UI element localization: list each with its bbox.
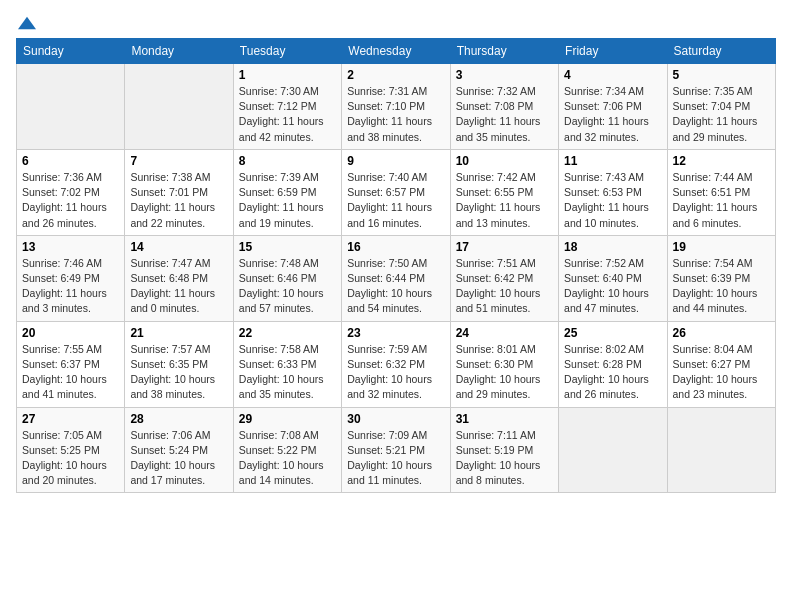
calendar-cell: 10Sunrise: 7:42 AM Sunset: 6:55 PM Dayli… — [450, 149, 558, 235]
day-info: Sunrise: 7:36 AM Sunset: 7:02 PM Dayligh… — [22, 170, 119, 231]
day-number: 26 — [673, 326, 770, 340]
calendar-header-friday: Friday — [559, 39, 667, 64]
calendar-cell: 12Sunrise: 7:44 AM Sunset: 6:51 PM Dayli… — [667, 149, 775, 235]
day-info: Sunrise: 7:42 AM Sunset: 6:55 PM Dayligh… — [456, 170, 553, 231]
day-number: 2 — [347, 68, 444, 82]
calendar-cell: 24Sunrise: 8:01 AM Sunset: 6:30 PM Dayli… — [450, 321, 558, 407]
calendar-cell: 15Sunrise: 7:48 AM Sunset: 6:46 PM Dayli… — [233, 235, 341, 321]
day-info: Sunrise: 7:46 AM Sunset: 6:49 PM Dayligh… — [22, 256, 119, 317]
day-number: 13 — [22, 240, 119, 254]
day-info: Sunrise: 7:40 AM Sunset: 6:57 PM Dayligh… — [347, 170, 444, 231]
day-info: Sunrise: 7:06 AM Sunset: 5:24 PM Dayligh… — [130, 428, 227, 489]
day-info: Sunrise: 7:09 AM Sunset: 5:21 PM Dayligh… — [347, 428, 444, 489]
calendar-cell: 14Sunrise: 7:47 AM Sunset: 6:48 PM Dayli… — [125, 235, 233, 321]
calendar-cell: 27Sunrise: 7:05 AM Sunset: 5:25 PM Dayli… — [17, 407, 125, 493]
calendar-cell: 6Sunrise: 7:36 AM Sunset: 7:02 PM Daylig… — [17, 149, 125, 235]
day-number: 27 — [22, 412, 119, 426]
day-info: Sunrise: 7:05 AM Sunset: 5:25 PM Dayligh… — [22, 428, 119, 489]
day-info: Sunrise: 7:57 AM Sunset: 6:35 PM Dayligh… — [130, 342, 227, 403]
calendar-cell: 17Sunrise: 7:51 AM Sunset: 6:42 PM Dayli… — [450, 235, 558, 321]
calendar-cell — [17, 64, 125, 150]
day-number: 28 — [130, 412, 227, 426]
calendar-cell: 4Sunrise: 7:34 AM Sunset: 7:06 PM Daylig… — [559, 64, 667, 150]
calendar-cell: 31Sunrise: 7:11 AM Sunset: 5:19 PM Dayli… — [450, 407, 558, 493]
calendar-cell: 20Sunrise: 7:55 AM Sunset: 6:37 PM Dayli… — [17, 321, 125, 407]
day-info: Sunrise: 7:08 AM Sunset: 5:22 PM Dayligh… — [239, 428, 336, 489]
day-number: 5 — [673, 68, 770, 82]
calendar-week-row: 13Sunrise: 7:46 AM Sunset: 6:49 PM Dayli… — [17, 235, 776, 321]
day-number: 15 — [239, 240, 336, 254]
day-number: 6 — [22, 154, 119, 168]
logo — [16, 16, 36, 30]
day-number: 19 — [673, 240, 770, 254]
day-number: 21 — [130, 326, 227, 340]
day-number: 12 — [673, 154, 770, 168]
day-number: 7 — [130, 154, 227, 168]
day-info: Sunrise: 7:34 AM Sunset: 7:06 PM Dayligh… — [564, 84, 661, 145]
calendar-header-thursday: Thursday — [450, 39, 558, 64]
day-number: 24 — [456, 326, 553, 340]
calendar-cell: 9Sunrise: 7:40 AM Sunset: 6:57 PM Daylig… — [342, 149, 450, 235]
calendar-cell: 7Sunrise: 7:38 AM Sunset: 7:01 PM Daylig… — [125, 149, 233, 235]
calendar-cell: 8Sunrise: 7:39 AM Sunset: 6:59 PM Daylig… — [233, 149, 341, 235]
day-info: Sunrise: 7:51 AM Sunset: 6:42 PM Dayligh… — [456, 256, 553, 317]
day-info: Sunrise: 8:01 AM Sunset: 6:30 PM Dayligh… — [456, 342, 553, 403]
day-info: Sunrise: 7:35 AM Sunset: 7:04 PM Dayligh… — [673, 84, 770, 145]
calendar-week-row: 1Sunrise: 7:30 AM Sunset: 7:12 PM Daylig… — [17, 64, 776, 150]
day-number: 23 — [347, 326, 444, 340]
calendar-week-row: 27Sunrise: 7:05 AM Sunset: 5:25 PM Dayli… — [17, 407, 776, 493]
calendar-week-row: 20Sunrise: 7:55 AM Sunset: 6:37 PM Dayli… — [17, 321, 776, 407]
day-number: 31 — [456, 412, 553, 426]
day-info: Sunrise: 7:30 AM Sunset: 7:12 PM Dayligh… — [239, 84, 336, 145]
day-number: 14 — [130, 240, 227, 254]
day-info: Sunrise: 7:54 AM Sunset: 6:39 PM Dayligh… — [673, 256, 770, 317]
calendar-header-tuesday: Tuesday — [233, 39, 341, 64]
page-header — [16, 16, 776, 30]
calendar-header-saturday: Saturday — [667, 39, 775, 64]
day-number: 17 — [456, 240, 553, 254]
calendar-cell — [667, 407, 775, 493]
day-number: 22 — [239, 326, 336, 340]
calendar-cell — [125, 64, 233, 150]
day-info: Sunrise: 7:50 AM Sunset: 6:44 PM Dayligh… — [347, 256, 444, 317]
calendar-cell: 3Sunrise: 7:32 AM Sunset: 7:08 PM Daylig… — [450, 64, 558, 150]
day-number: 1 — [239, 68, 336, 82]
calendar-cell: 29Sunrise: 7:08 AM Sunset: 5:22 PM Dayli… — [233, 407, 341, 493]
day-info: Sunrise: 7:52 AM Sunset: 6:40 PM Dayligh… — [564, 256, 661, 317]
day-number: 10 — [456, 154, 553, 168]
day-info: Sunrise: 7:47 AM Sunset: 6:48 PM Dayligh… — [130, 256, 227, 317]
calendar-cell: 11Sunrise: 7:43 AM Sunset: 6:53 PM Dayli… — [559, 149, 667, 235]
calendar-week-row: 6Sunrise: 7:36 AM Sunset: 7:02 PM Daylig… — [17, 149, 776, 235]
day-info: Sunrise: 7:11 AM Sunset: 5:19 PM Dayligh… — [456, 428, 553, 489]
calendar-cell: 18Sunrise: 7:52 AM Sunset: 6:40 PM Dayli… — [559, 235, 667, 321]
svg-marker-0 — [18, 17, 36, 30]
logo-icon — [18, 16, 36, 30]
day-info: Sunrise: 8:04 AM Sunset: 6:27 PM Dayligh… — [673, 342, 770, 403]
calendar-cell: 5Sunrise: 7:35 AM Sunset: 7:04 PM Daylig… — [667, 64, 775, 150]
calendar-cell: 16Sunrise: 7:50 AM Sunset: 6:44 PM Dayli… — [342, 235, 450, 321]
day-info: Sunrise: 7:31 AM Sunset: 7:10 PM Dayligh… — [347, 84, 444, 145]
day-info: Sunrise: 7:58 AM Sunset: 6:33 PM Dayligh… — [239, 342, 336, 403]
day-number: 4 — [564, 68, 661, 82]
calendar-cell — [559, 407, 667, 493]
day-number: 20 — [22, 326, 119, 340]
day-number: 29 — [239, 412, 336, 426]
day-info: Sunrise: 7:44 AM Sunset: 6:51 PM Dayligh… — [673, 170, 770, 231]
calendar-cell: 28Sunrise: 7:06 AM Sunset: 5:24 PM Dayli… — [125, 407, 233, 493]
day-info: Sunrise: 7:59 AM Sunset: 6:32 PM Dayligh… — [347, 342, 444, 403]
day-number: 25 — [564, 326, 661, 340]
day-number: 11 — [564, 154, 661, 168]
day-info: Sunrise: 7:48 AM Sunset: 6:46 PM Dayligh… — [239, 256, 336, 317]
day-info: Sunrise: 7:55 AM Sunset: 6:37 PM Dayligh… — [22, 342, 119, 403]
calendar-header-monday: Monday — [125, 39, 233, 64]
day-number: 8 — [239, 154, 336, 168]
calendar-cell: 22Sunrise: 7:58 AM Sunset: 6:33 PM Dayli… — [233, 321, 341, 407]
day-info: Sunrise: 7:38 AM Sunset: 7:01 PM Dayligh… — [130, 170, 227, 231]
day-number: 30 — [347, 412, 444, 426]
day-info: Sunrise: 7:39 AM Sunset: 6:59 PM Dayligh… — [239, 170, 336, 231]
calendar-cell: 26Sunrise: 8:04 AM Sunset: 6:27 PM Dayli… — [667, 321, 775, 407]
calendar-cell: 21Sunrise: 7:57 AM Sunset: 6:35 PM Dayli… — [125, 321, 233, 407]
calendar-cell: 30Sunrise: 7:09 AM Sunset: 5:21 PM Dayli… — [342, 407, 450, 493]
day-number: 9 — [347, 154, 444, 168]
calendar: SundayMondayTuesdayWednesdayThursdayFrid… — [16, 38, 776, 493]
